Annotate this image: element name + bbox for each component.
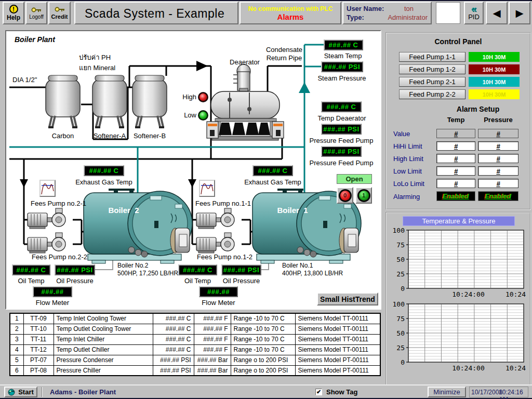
high-level-led bbox=[198, 92, 208, 102]
mini-trend-icon[interactable] bbox=[39, 180, 56, 197]
tag-table-row: 2TT-10Temp Outlet Cooling Tower###.## C#… bbox=[10, 324, 380, 334]
trend-chart-svg: 100755025010:24:0010:24 bbox=[388, 227, 530, 301]
steam-temp-label: Steam Temp bbox=[317, 52, 369, 60]
tag-table-cell: 6 bbox=[10, 365, 23, 376]
exhaust-gas-temp-2-label: Exhaust Gas Temp bbox=[72, 178, 136, 186]
boiler-2-caption-line1: Boiler No.2 bbox=[117, 262, 178, 270]
user-name-value: ton bbox=[390, 5, 428, 12]
logoff-label: Logoff bbox=[29, 14, 44, 20]
oil-temp-2-display: ###.## C bbox=[12, 264, 50, 275]
key-icon bbox=[31, 7, 42, 14]
minimize-button[interactable]: Minimize bbox=[428, 387, 466, 397]
boiler-2-graphic bbox=[84, 189, 192, 263]
condensate-label-line2: Return Pipe bbox=[261, 54, 307, 62]
status-date: 10/17/2008 bbox=[471, 389, 502, 396]
tag-table-cell: ###.## C bbox=[153, 344, 194, 355]
alarm-high-pressure-field[interactable]: # bbox=[478, 154, 518, 163]
boiler-1-name: Boiler 1 bbox=[268, 206, 317, 215]
tag-table-cell: Temp Outlet Cooling Tower bbox=[54, 324, 153, 334]
help-button[interactable]: ! Help bbox=[3, 2, 24, 24]
thai-note-line2: แยก Mineral bbox=[79, 62, 115, 73]
double-chevron-left-icon: « bbox=[471, 5, 477, 12]
arrow-right-icon: ► bbox=[513, 7, 526, 20]
tag-table-cell: ###.## F bbox=[194, 324, 231, 334]
start-menu-button[interactable]: Start bbox=[4, 387, 37, 397]
start-pushbutton[interactable]: 1 bbox=[355, 187, 372, 204]
alarm-low-temp-field[interactable]: # bbox=[436, 166, 475, 176]
tag-table-row: 3TT-11Temp Inlet Chiller###.## C###.## F… bbox=[10, 334, 380, 344]
alarm-row-label-low: Low Limit bbox=[393, 167, 422, 175]
logoff-button[interactable]: Logoff bbox=[25, 2, 47, 24]
tag-table-cell: ###.## F bbox=[194, 334, 231, 344]
next-page-button[interactable]: ► bbox=[509, 2, 530, 24]
alarm-hihi-temp-field[interactable]: # bbox=[436, 141, 475, 151]
svg-text:10:24:00: 10:24:00 bbox=[452, 290, 485, 298]
tag-table-cell: ###.## Bar bbox=[194, 355, 231, 365]
alarm-row-label-high: High Limit bbox=[393, 155, 423, 163]
tag-table-cell: 5 bbox=[10, 355, 23, 365]
previous-page-button[interactable]: ◄ bbox=[486, 2, 508, 24]
tag-table-cell: Siemens Model TT-00111 bbox=[295, 313, 380, 324]
svg-text:10:24:00: 10:24:00 bbox=[452, 364, 485, 372]
show-tag-control[interactable]: ✔ Show Tag bbox=[315, 388, 357, 396]
alarm-lolo-pressure-field[interactable]: # bbox=[478, 179, 518, 188]
help-label: Help bbox=[7, 14, 20, 21]
show-tag-checkbox[interactable]: ✔ bbox=[315, 389, 322, 395]
alarm-row-label-value: Value bbox=[393, 130, 410, 138]
feed-flow-arrow-down-left bbox=[20, 179, 28, 188]
credit-button[interactable]: Credit bbox=[48, 2, 71, 24]
alarm-col-temp: Temp bbox=[436, 116, 475, 124]
boiler-1-caption-line1: Boiler No.1 bbox=[282, 262, 343, 270]
feed-pump-2-1-button[interactable]: Feed Pump 2-1 bbox=[399, 77, 466, 87]
fees-pump-2-1-label: Fees Pump no.2-1 bbox=[31, 200, 86, 207]
pid-label: PID bbox=[468, 13, 480, 21]
exhaust-gas-temp-2-display: ###.## C bbox=[84, 165, 124, 176]
tag-table-cell: Pressure Chiller bbox=[54, 365, 153, 376]
tag-table-row: 4TT-12Temp Outlet Chiller###.## C###.## … bbox=[10, 344, 380, 355]
alarm-row-label-lolo: LoLo Limit bbox=[393, 180, 424, 188]
low-level-led bbox=[198, 110, 208, 121]
diagram-title: Boiler Plant bbox=[15, 35, 55, 44]
alarming-temp-toggle[interactable]: Enabled bbox=[436, 191, 475, 201]
feed-flow-arrow-down-right bbox=[188, 179, 196, 188]
steam-pressure-display: ###.## PSI bbox=[321, 61, 363, 72]
oil-pressure-1-display: ###.## PSI bbox=[221, 264, 261, 275]
svg-text:50: 50 bbox=[396, 329, 405, 337]
tag-table-cell: Temp Outlet Chiller bbox=[54, 344, 153, 355]
tag-table-cell: ###.## F bbox=[194, 313, 231, 324]
alarm-lolo-temp-field[interactable]: # bbox=[436, 179, 475, 188]
stop-pushbutton[interactable]: 0 bbox=[337, 187, 353, 204]
plc-warning-text: No communication with PLC bbox=[241, 5, 340, 12]
start-label: Start bbox=[18, 388, 34, 396]
alarm-low-pressure-field[interactable]: # bbox=[478, 166, 518, 176]
high-level-label: High bbox=[178, 93, 196, 101]
pid-button[interactable]: « PID bbox=[464, 2, 484, 24]
exhaust-gas-temp-1-label: Exhaust Gas Temp bbox=[241, 178, 304, 186]
small-histtrend-button[interactable]: Small HistTrend bbox=[317, 292, 378, 305]
boiler-plant-diagram-panel: Boiler Plant ปรับค่า PH แยก Mineral DIA … bbox=[5, 30, 381, 310]
tank-softener-b bbox=[132, 75, 167, 128]
trend-chart-1: 100755025010:24:0010:24 bbox=[388, 227, 530, 303]
feed-pump-2-2-graphic bbox=[28, 233, 65, 253]
tag-table-cell: 3 bbox=[10, 334, 23, 344]
boiler-2-name: Boiler 2 bbox=[99, 206, 149, 215]
feed-pump-1-2-runtime: 10H 30M bbox=[469, 64, 520, 74]
active-app-title: Adams - Boiler Plant bbox=[50, 388, 116, 396]
alarm-hihi-pressure-field[interactable]: # bbox=[478, 141, 518, 151]
low-level-label: Low bbox=[178, 111, 196, 119]
mini-trend-icon[interactable] bbox=[199, 180, 215, 197]
feed-pump-1-1-button[interactable]: Feed Pump 1-1 bbox=[399, 52, 466, 62]
alarm-setup-title: Alarm Setup bbox=[436, 105, 520, 113]
tank-label-carbon: Carbon bbox=[42, 132, 84, 140]
alarm-col-pressure: Pressure bbox=[478, 116, 518, 124]
flow-meter-1-label: Flow Meter bbox=[194, 299, 243, 307]
trend-chart-2: 100755025010:24:0010:24 bbox=[388, 301, 530, 377]
feed-pump-2-1-graphic bbox=[28, 208, 65, 229]
tag-table-cell: TT-12 bbox=[23, 344, 54, 355]
pressure-feed-pump-display-b: ###.## PSI bbox=[321, 146, 362, 157]
alarm-high-temp-field[interactable]: # bbox=[436, 154, 475, 163]
feed-pump-1-2-button[interactable]: Feed Pump 1-2 bbox=[399, 64, 466, 74]
tag-table-cell: 2 bbox=[10, 324, 23, 334]
alarming-pressure-toggle[interactable]: Enabled bbox=[478, 191, 518, 201]
feed-pump-2-2-button[interactable]: Feed Pump 2-2 bbox=[399, 89, 466, 99]
